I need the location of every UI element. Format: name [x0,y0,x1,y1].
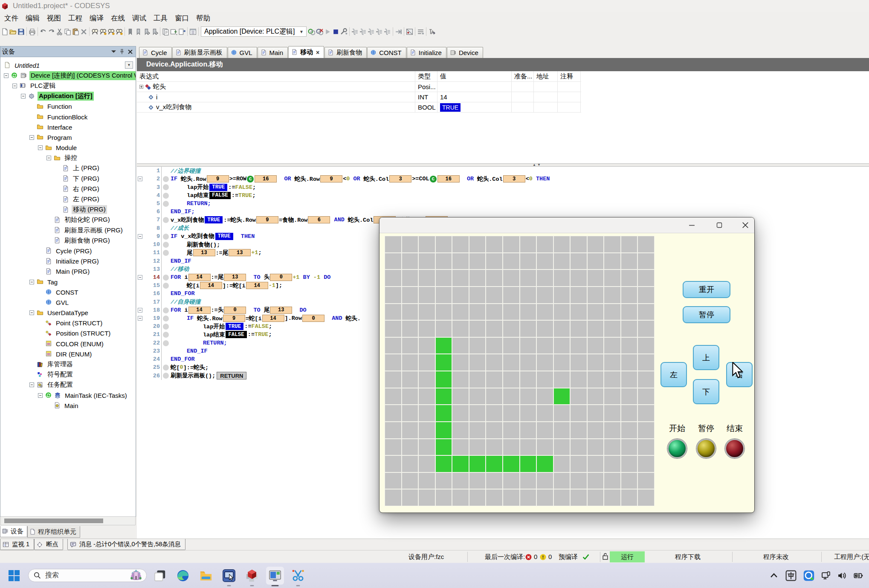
editor-tab-移动[interactable]: 移动× [288,46,324,58]
tree-item[interactable]: Application [运行] [0,91,136,101]
left-button[interactable]: 左 [660,362,687,387]
redo-button[interactable] [47,27,55,36]
tree-item-label[interactable]: UserDataType [46,309,90,317]
tree-expander-icon[interactable] [4,73,9,78]
tree-item-label[interactable]: 上 (PRG) [72,164,101,173]
tree-item[interactable]: 右 (PRG) [0,184,136,194]
tree-expander-icon[interactable] [29,135,34,140]
watch-column-header[interactable]: 注释 [558,71,581,81]
tray-network[interactable] [821,571,831,580]
tree-item[interactable]: DIR (ENUM) [0,349,136,359]
toggle-flow-button[interactable] [417,27,425,36]
tree-item[interactable]: Function [0,101,136,112]
maximize-icon[interactable] [710,217,729,233]
splitter-arrows-icon[interactable]: ▲▼ [533,163,542,167]
tree-item-label[interactable]: 右 (PRG) [72,185,101,194]
combo-dropdown-icon[interactable]: ▼ [299,29,304,34]
tree-item[interactable]: UserDataType [0,308,136,318]
tree-item[interactable]: 左 (PRG) [0,194,136,204]
tree-item[interactable]: 任务配置 [0,380,136,390]
find-button[interactable] [91,27,99,36]
tree-item[interactable]: Main (PRG) [0,266,136,277]
run-to-cursor-button[interactable] [375,27,383,36]
build-button[interactable] [189,27,197,36]
editor-tab-Initialize[interactable]: Initialize [407,47,446,58]
fold-marker-icon[interactable] [138,177,142,181]
tree-item-label[interactable]: COLOR (ENUM) [55,340,105,348]
tray-volume[interactable] [837,571,847,580]
menu-item-2[interactable]: 视图 [44,12,64,24]
tree-item[interactable]: Cycle (PRG) [0,246,136,256]
taskbar-active-app[interactable] [266,567,284,585]
step-into-button[interactable] [359,27,367,36]
fold-marker-icon[interactable] [138,275,142,280]
logout-button[interactable] [316,27,324,36]
editor-tab-label[interactable]: 移动 [300,48,313,56]
close-tab-icon[interactable]: × [316,49,319,56]
bottom-tab-2[interactable]: 消息 -总计0个错误,0个警告,58条消息 [67,539,185,550]
tree-item-label[interactable]: Module [55,144,78,152]
undo-button[interactable] [39,27,47,36]
tree-item[interactable]: Device [连接的] (CODESYS Control Win [0,70,136,81]
pause-button[interactable]: 暂停 [683,306,730,323]
tree-expander-icon[interactable] [29,310,34,315]
watch-expand-icon[interactable] [139,85,143,89]
close-window-icon[interactable] [736,217,755,233]
tree-item-label[interactable]: Application [运行] [38,92,94,101]
tree-dropdown-button[interactable]: ▼ [125,61,133,69]
code-line[interactable]: 5RETURN; [137,200,869,208]
tray-ime-zh[interactable] [785,570,797,581]
step-out-button[interactable] [367,27,375,36]
code-line[interactable]: 3lap开始TRUE:=FALSE; [137,183,869,191]
panel-menu-icon[interactable] [111,50,116,53]
tree-expander-icon[interactable] [29,382,34,387]
new-file-button[interactable] [1,27,9,36]
taskbar-file-explorer[interactable] [197,567,215,585]
fold-marker-icon[interactable] [138,316,142,321]
export-button[interactable] [178,27,186,36]
tree-item-label[interactable]: MainTask (IEC-Tasks) [64,391,128,400]
editor-tab-label[interactable]: Device [459,49,478,56]
up-button[interactable]: 上 [693,345,719,370]
tree-item-label[interactable]: Device [连接的] (CODESYS Control Win [29,71,136,80]
tree-item[interactable]: 刷新食物 (PRG) [0,235,136,246]
tree-item[interactable]: 移动 (PRG) [0,205,136,215]
copy-doc-button[interactable] [162,27,170,36]
editor-tab-label[interactable]: Main [269,49,284,56]
menu-item-9[interactable]: 帮助 [193,12,213,24]
tree-item-label[interactable]: Main [63,402,80,410]
copy-button[interactable] [64,27,72,36]
tree-expander-icon[interactable] [46,156,51,160]
tree-item-label[interactable]: Point (STRUCT) [55,319,104,327]
menu-item-7[interactable]: 工具 [151,12,171,24]
tree-item-label[interactable]: 移动 (PRG) [72,205,107,214]
close-panel-icon[interactable] [128,49,133,54]
tree-item-label[interactable]: Untitled1 [13,61,41,70]
tree-item-label[interactable]: 符号配置 [46,370,74,379]
tree-item-label[interactable]: Cycle (PRG) [55,247,93,255]
editor-tab-刷新显示画板[interactable]: 刷新显示画板 [172,47,227,58]
tools-button[interactable] [340,27,348,36]
tree-item-label[interactable]: GVL [55,298,70,307]
pin-icon[interactable] [120,49,124,54]
menu-item-1[interactable]: 编辑 [23,12,43,24]
tree-expander-icon[interactable] [21,94,26,98]
bookmark-last-button[interactable] [151,27,159,36]
tree-item[interactable]: 下 (PRG) [0,174,136,184]
watch-column-header[interactable]: 地址 [534,71,558,81]
breakpoints-button[interactable] [406,27,414,36]
goto-button[interactable] [394,27,403,36]
tree-expander-icon[interactable] [38,393,43,398]
tray-chevron-up[interactable] [769,571,779,580]
force-values-button[interactable] [428,27,436,36]
tree-item[interactable]: PLC逻辑 [0,81,136,91]
panel-tab-设备[interactable]: 设备 [0,526,27,537]
restart-button[interactable]: 重开 [683,281,730,298]
editor-tab-label[interactable]: GVL [240,49,252,56]
watch-column-header[interactable]: 值 [437,71,512,81]
taskbar-remote-desktop[interactable] [220,567,238,585]
cut-button[interactable] [55,27,64,36]
tree-item[interactable]: GVL [0,297,136,307]
tree-item-label[interactable]: 左 (PRG) [72,195,101,204]
editor-tab-Cycle[interactable]: Cycle [139,47,172,58]
